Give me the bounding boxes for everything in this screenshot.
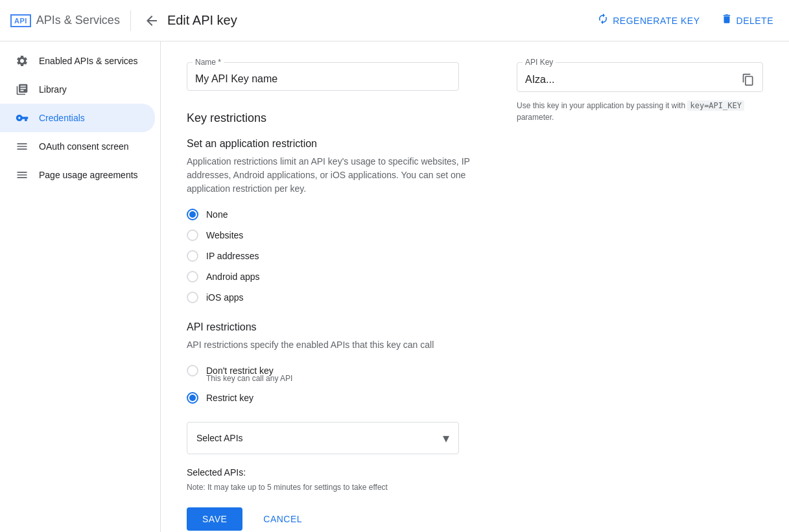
sidebar-item-label: Credentials <box>39 113 85 123</box>
delete-icon <box>721 13 733 28</box>
name-input[interactable] <box>195 73 451 85</box>
radio-websites-label: Websites <box>206 230 243 240</box>
cancel-button[interactable]: CANCEL <box>253 507 312 531</box>
select-apis-dropdown[interactable]: Select APIs ▾ <box>187 422 459 454</box>
dont-restrict-sublabel: This key can call any API <box>187 374 478 383</box>
enabled-apis-icon <box>16 54 29 67</box>
regenerate-icon <box>597 13 609 28</box>
api-restriction-description: API restrictions specify the enabled API… <box>187 338 478 352</box>
api-key-value: AIza... <box>525 74 736 86</box>
radio-ip-addresses[interactable]: IP addresses <box>187 250 478 262</box>
header: API APIs & Services Edit API key REGENER… <box>0 0 789 41</box>
radio-ios-label: iOS apps <box>206 292 244 303</box>
app-restriction-heading: Set an application restriction <box>187 138 478 150</box>
sidebar-item-enabled-apis[interactable]: Enabled APIs & services <box>0 47 155 75</box>
body-wrap: Enabled APIs & services Library Credenti… <box>0 41 789 532</box>
app-logo: API APIs & Services <box>10 14 120 27</box>
main-content: Name * Key restrictions Set an applicati… <box>161 41 789 532</box>
select-apis-placeholder: Select APIs <box>196 433 243 443</box>
radio-restrict-circle <box>187 392 198 404</box>
name-field-label: Name * <box>193 58 224 67</box>
radio-ip-label: IP addresses <box>206 251 259 261</box>
app-restriction-description: Application restrictions limit an API ke… <box>187 155 478 196</box>
back-button[interactable] <box>141 10 162 31</box>
oauth-icon <box>16 140 29 153</box>
app-name: APIs & Services <box>36 14 120 27</box>
left-panel: Name * Key restrictions Set an applicati… <box>187 62 478 511</box>
radio-none-circle <box>187 209 198 220</box>
sidebar-item-library[interactable]: Library <box>0 75 155 104</box>
api-restriction-radio-group: Don't restrict key This key can call any… <box>187 365 478 404</box>
library-icon <box>16 83 29 96</box>
header-divider <box>130 10 131 31</box>
api-restriction-heading: API restrictions <box>187 321 478 333</box>
sidebar-item-oauth-consent[interactable]: OAuth consent screen <box>0 132 155 161</box>
radio-ios-circle <box>187 292 198 303</box>
app-restriction-radio-group: None Websites IP addresses Android apps … <box>187 209 478 303</box>
settings-note: Note: It may take up to 5 minutes for se… <box>187 483 478 492</box>
radio-none-label: None <box>206 209 228 220</box>
api-key-label: API Key <box>523 58 556 67</box>
header-nav: Edit API key <box>141 10 582 31</box>
api-key-hint-prefix: Use this key in your application by pass… <box>517 101 687 110</box>
radio-ios-apps[interactable]: iOS apps <box>187 292 478 303</box>
sidebar: Enabled APIs & services Library Credenti… <box>0 41 161 532</box>
api-key-hint-suffix: parameter. <box>517 113 554 122</box>
save-button[interactable]: SAVE <box>187 507 242 531</box>
header-actions: REGENERATE KEY DELETE <box>592 8 779 33</box>
page-usage-icon <box>16 168 29 181</box>
name-field-group: Name * <box>187 62 478 91</box>
selected-apis-label: Selected APIs: <box>187 467 478 478</box>
radio-none[interactable]: None <box>187 209 478 220</box>
radio-android-label: Android apps <box>206 272 260 282</box>
sidebar-item-page-usage[interactable]: Page usage agreements <box>0 161 155 189</box>
radio-android-circle <box>187 271 198 283</box>
radio-websites[interactable]: Websites <box>187 229 478 241</box>
right-panel: API Key AIza... Use this key in your app… <box>517 62 763 511</box>
api-key-hint: Use this key in your application by pass… <box>517 100 763 123</box>
page-title: Edit API key <box>167 13 237 28</box>
radio-restrict-key[interactable]: Restrict key <box>187 392 478 404</box>
delete-button[interactable]: DELETE <box>716 8 779 33</box>
regenerate-key-label: REGENERATE KEY <box>613 16 700 26</box>
api-key-field: API Key AIza... <box>517 62 763 92</box>
api-logo-badge: API <box>10 14 31 27</box>
radio-restrict-label: Restrict key <box>206 393 253 403</box>
delete-label: DELETE <box>736 16 773 26</box>
name-text-field: Name * <box>187 62 459 91</box>
radio-ip-circle <box>187 250 198 262</box>
radio-websites-circle <box>187 229 198 241</box>
copy-icon[interactable] <box>742 73 755 86</box>
sidebar-item-label: OAuth consent screen <box>39 141 129 152</box>
regenerate-key-button[interactable]: REGENERATE KEY <box>592 8 705 33</box>
sidebar-item-label: Enabled APIs & services <box>39 56 138 66</box>
api-key-hint-code: key=API_KEY <box>687 100 744 111</box>
sidebar-item-label: Library <box>39 84 67 95</box>
sidebar-item-credentials[interactable]: Credentials <box>0 104 155 132</box>
dropdown-arrow-icon: ▾ <box>443 430 449 446</box>
action-buttons: SAVE CANCEL <box>187 507 478 531</box>
radio-android-apps[interactable]: Android apps <box>187 271 478 283</box>
credentials-icon <box>16 111 29 124</box>
sidebar-item-label: Page usage agreements <box>39 170 138 180</box>
key-restrictions-heading: Key restrictions <box>187 111 478 125</box>
dont-restrict-sub-text: This key can call any API <box>206 374 478 383</box>
